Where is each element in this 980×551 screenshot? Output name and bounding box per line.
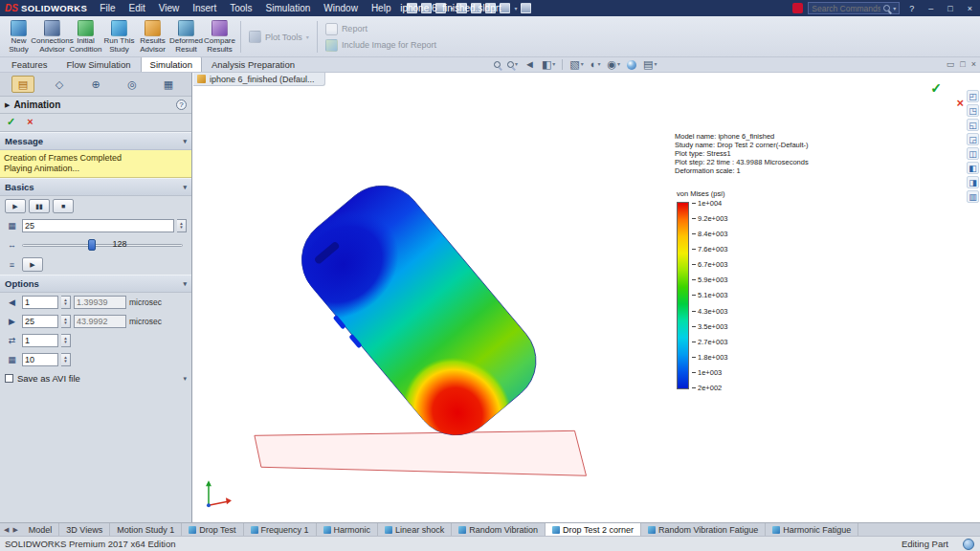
study-tab[interactable]: 3D Views bbox=[59, 523, 110, 536]
floor-plane[interactable] bbox=[255, 430, 587, 475]
study-tab[interactable]: Random Vibration bbox=[452, 523, 546, 536]
menu-item[interactable]: View bbox=[152, 2, 187, 14]
search-input[interactable] bbox=[812, 4, 880, 13]
menu-item[interactable]: Help bbox=[365, 2, 398, 14]
message-section-header[interactable]: Message ▾ bbox=[0, 132, 191, 150]
study-tab[interactable]: Frequency 1 bbox=[244, 523, 317, 536]
spinner-control[interactable] bbox=[61, 296, 71, 309]
start-frame-input[interactable] bbox=[22, 296, 58, 309]
edit-appearance-icon[interactable] bbox=[627, 60, 636, 70]
viewport-tool-icon[interactable]: ◧ bbox=[967, 162, 979, 174]
study-tab[interactable]: Motion Study 1 bbox=[110, 523, 182, 536]
view-orientation-icon[interactable]: ▧▾ bbox=[569, 58, 583, 71]
confirm-button[interactable]: ✓ bbox=[930, 80, 942, 96]
save-avi-checkbox[interactable] bbox=[5, 374, 13, 383]
ribbon-button[interactable]: Connections Advisor bbox=[35, 18, 69, 55]
doc-restore-icon[interactable]: □ bbox=[960, 59, 965, 69]
cancel-button[interactable]: × bbox=[27, 116, 33, 128]
frames-input[interactable] bbox=[22, 219, 174, 232]
spinner-control[interactable] bbox=[61, 315, 71, 328]
slider-track[interactable] bbox=[22, 244, 183, 247]
playback-mode-button[interactable]: ▶ bbox=[22, 257, 43, 272]
include-image-for-report-button[interactable]: Include Image for Report bbox=[322, 39, 440, 52]
command-search[interactable]: ▾ bbox=[808, 2, 900, 14]
restore-button[interactable]: □ bbox=[943, 4, 957, 13]
viewport-tool-icon[interactable]: ◰ bbox=[967, 90, 979, 102]
command-tab[interactable]: Simulation bbox=[141, 56, 202, 72]
menu-item[interactable]: Simulation bbox=[259, 2, 318, 14]
ribbon-button[interactable]: Results Advisor bbox=[136, 18, 169, 55]
status-sphere-ic[interactable] bbox=[963, 539, 974, 550]
slider-thumb[interactable] bbox=[88, 239, 96, 251]
options-icon[interactable] bbox=[521, 3, 531, 13]
end-frame-input[interactable] bbox=[22, 315, 58, 328]
study-tab[interactable]: Linear shock bbox=[378, 523, 452, 536]
viewport-tool-icon[interactable]: ▥ bbox=[967, 190, 979, 203]
spinner-control[interactable] bbox=[177, 219, 187, 232]
study-tab[interactable]: Model bbox=[22, 523, 60, 536]
chevron-down-icon[interactable]: ▾ bbox=[893, 5, 896, 11]
menu-item[interactable]: Insert bbox=[186, 2, 223, 14]
ribbon-button[interactable]: Initial Condition bbox=[69, 18, 102, 55]
viewport-tool-icon[interactable]: ◫ bbox=[967, 147, 979, 160]
menu-item[interactable]: Window bbox=[317, 2, 365, 14]
menu-item[interactable]: Edit bbox=[122, 2, 151, 14]
study-tab[interactable]: Drop Test bbox=[182, 523, 243, 536]
panel-tab-animation[interactable]: ▤ bbox=[11, 76, 34, 93]
help-icon[interactable]: ? bbox=[176, 99, 187, 110]
message-header-label: Message bbox=[5, 136, 43, 146]
search-icon[interactable] bbox=[883, 5, 890, 11]
menu-item[interactable]: File bbox=[93, 2, 122, 14]
model-canvas[interactable] bbox=[193, 73, 980, 522]
chevron-down-icon[interactable]: ▾ bbox=[514, 5, 517, 11]
minimize-button[interactable]: – bbox=[924, 4, 938, 13]
apply-scene-icon[interactable]: ▤▾ bbox=[643, 58, 657, 71]
fps-input[interactable] bbox=[22, 353, 58, 366]
close-button[interactable]: × bbox=[963, 4, 977, 13]
scroll-tabs-right-icon[interactable]: ▶ bbox=[12, 526, 17, 534]
spinner-control[interactable] bbox=[61, 353, 71, 366]
viewport-tool-icon[interactable]: ◱ bbox=[967, 119, 979, 131]
basics-section-header[interactable]: Basics ▾ bbox=[0, 178, 191, 196]
menu-item[interactable]: Tools bbox=[223, 2, 258, 14]
doc-close-icon[interactable]: × bbox=[971, 59, 976, 69]
close-plot-button[interactable]: × bbox=[956, 96, 964, 110]
ribbon-button[interactable]: Run This Study bbox=[102, 18, 136, 55]
command-tab[interactable]: Features bbox=[2, 56, 57, 72]
options-section-header[interactable]: Options ▾ bbox=[0, 275, 191, 293]
viewport-tool-icon[interactable]: ◳ bbox=[967, 104, 979, 117]
help-button[interactable]: ? bbox=[904, 4, 919, 13]
ribbon-button[interactable]: Compare Results bbox=[203, 18, 236, 55]
panel-tab-simulation-display[interactable]: ▦ bbox=[157, 76, 180, 93]
hide-show-items-icon[interactable]: ◉▾ bbox=[607, 58, 620, 71]
panel-tab-display-manager[interactable]: ◎ bbox=[121, 76, 144, 93]
animation-slider[interactable]: 128 bbox=[22, 238, 187, 252]
report-button[interactable]: Report bbox=[322, 23, 440, 35]
command-tab[interactable]: Flow Simulation bbox=[57, 56, 141, 72]
spinner-control[interactable] bbox=[61, 334, 71, 347]
study-tab[interactable]: Harmonic bbox=[317, 523, 379, 536]
loop-input[interactable] bbox=[22, 334, 58, 347]
previous-view-icon[interactable]: ◄ bbox=[524, 58, 535, 71]
zoom-to-area-icon[interactable]: ▾ bbox=[507, 58, 518, 71]
viewport-tool-icon[interactable]: ◨ bbox=[967, 176, 979, 188]
plot-tools-button[interactable]: Plot Tools ▾ bbox=[245, 18, 313, 55]
display-style-icon[interactable]: ◐▾ bbox=[590, 58, 601, 71]
panel-tab-property-manager[interactable]: ◇ bbox=[48, 76, 71, 93]
doc-minimize-icon[interactable]: ▭ bbox=[947, 59, 955, 69]
ok-button[interactable]: ✓ bbox=[7, 116, 15, 128]
document-tab[interactable]: iphone 6_finished (Defaul... bbox=[193, 73, 325, 86]
play-button[interactable]: ▶ bbox=[5, 199, 26, 213]
panel-tab-configurations[interactable]: ⊕ bbox=[84, 76, 107, 93]
study-tab[interactable]: Drop Test 2 corner bbox=[546, 523, 641, 536]
command-tab[interactable]: Analysis Preparation bbox=[202, 56, 304, 72]
scroll-tabs-left-icon[interactable]: ◀ bbox=[4, 526, 9, 534]
pause-button[interactable]: ▮▮ bbox=[29, 199, 50, 213]
study-tab[interactable]: Harmonic Fatigue bbox=[766, 523, 858, 536]
section-view-icon[interactable]: ◧▾ bbox=[542, 58, 555, 71]
viewport-tool-icon[interactable]: ◲ bbox=[967, 133, 979, 145]
ribbon-button[interactable]: Deformed Result bbox=[169, 18, 203, 55]
zoom-to-fit-icon[interactable] bbox=[494, 61, 501, 68]
study-tab[interactable]: Random Vibration Fatigue bbox=[641, 523, 766, 536]
stop-button[interactable]: ■ bbox=[53, 199, 74, 213]
